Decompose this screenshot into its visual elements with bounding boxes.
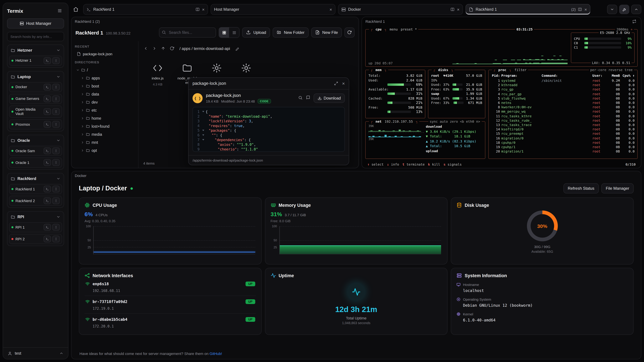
- split-tab-button[interactable]: [451, 7, 455, 11]
- ssh-connect-button[interactable]: [44, 95, 51, 102]
- tree-item[interactable]: etc: [75, 106, 135, 114]
- edit-path-button[interactable]: [234, 44, 242, 53]
- refresh-status-button[interactable]: Refresh Status: [563, 183, 599, 193]
- host-menu-button[interactable]: [52, 84, 60, 90]
- group-header[interactable]: Hetzner: [9, 46, 62, 54]
- fold-marker[interactable]: [202, 133, 206, 137]
- terminal-screen[interactable]: ┌cpu┐ menu preset * 03:31:25 2000ms + ▁ …: [362, 26, 641, 168]
- ssh-connect-button[interactable]: [44, 148, 51, 154]
- tree-item[interactable]: lost+found: [75, 122, 135, 130]
- process-row[interactable]: 5slub_flushwqroot0B0.0: [488, 96, 637, 100]
- host-item[interactable]: Proxmox: [9, 119, 62, 130]
- ssh-connect-button[interactable]: [44, 84, 51, 90]
- process-row[interactable]: 2kthreaddroot0B0.0: [488, 83, 637, 87]
- host-item[interactable]: Open Media Vault: [9, 106, 62, 118]
- ssh-connect-button[interactable]: [44, 159, 51, 166]
- program-header[interactable]: Program:: [501, 73, 540, 78]
- process-row[interactable]: 20migration/1root0B0.0: [488, 149, 637, 154]
- tab-racknerd-1[interactable]: RackNerd 1(2)×: [466, 4, 590, 15]
- group-header[interactable]: Oracle: [9, 137, 62, 144]
- search-in-file-button[interactable]: [298, 95, 302, 101]
- tree-item[interactable]: mnt: [75, 138, 135, 146]
- close-tab-button[interactable]: ×: [202, 7, 204, 11]
- github-link[interactable]: GitHub!: [210, 352, 222, 356]
- sidebar-menu-button[interactable]: [55, 7, 64, 15]
- collapse-button[interactable]: [631, 5, 641, 14]
- process-row[interactable]: 3rcu_gproot0B0.0: [488, 87, 637, 92]
- reader-mode-button[interactable]: [306, 95, 310, 101]
- split-tab-button[interactable]: [578, 7, 582, 11]
- file-grid-item[interactable]: index.js4.3 KB: [147, 62, 168, 86]
- ssh-connect-button[interactable]: [44, 236, 51, 243]
- host-manager-button[interactable]: Host Manager: [7, 18, 64, 28]
- pid-header[interactable]: Pid:: [491, 73, 500, 78]
- new-folder-button[interactable]: New Folder: [273, 27, 308, 37]
- ssh-connect-button[interactable]: [44, 108, 51, 115]
- host-item[interactable]: RackNerd 1: [9, 184, 62, 194]
- ssh-connect-button[interactable]: [44, 198, 51, 204]
- host-menu-button[interactable]: [52, 95, 60, 102]
- host-menu-button[interactable]: [52, 57, 60, 64]
- fold-marker[interactable]: [202, 109, 206, 114]
- mem-header[interactable]: MemB: [607, 73, 620, 78]
- process-row[interactable]: 1systemd/sbin/initroot9.2M0.0: [488, 78, 637, 83]
- sidebar-footer[interactable]: test: [3, 347, 68, 359]
- tab-racknerd-1[interactable]: RackNerd 1×: [83, 4, 208, 15]
- tree-item[interactable]: data: [75, 90, 135, 98]
- host-item[interactable]: RackNerd 2: [9, 196, 62, 206]
- host-menu-button[interactable]: [52, 186, 60, 193]
- close-tab-button[interactable]: ×: [457, 7, 460, 11]
- code-block[interactable]: 1{2"name": "termix-download-api",3"lockf…: [192, 107, 345, 152]
- host-menu-button[interactable]: [52, 224, 60, 231]
- group-header[interactable]: RackNerd: [9, 175, 62, 183]
- group-header[interactable]: Laptop: [9, 73, 62, 80]
- host-menu-button[interactable]: [52, 121, 60, 128]
- tree-item[interactable]: /: [75, 66, 135, 74]
- host-item[interactable]: Game Servers: [9, 94, 62, 104]
- process-row[interactable]: 14ksoftirqd/0root0B0.0: [488, 127, 637, 131]
- process-row[interactable]: 8kworker/0:0H-evroot0B0.0: [488, 105, 637, 109]
- proc-filter[interactable]: filter: [514, 68, 526, 72]
- host-item[interactable]: Oracle Sam: [9, 146, 62, 156]
- settings-button[interactable]: [619, 5, 629, 14]
- host-menu-button[interactable]: [52, 198, 60, 204]
- tree-item[interactable]: apps: [75, 74, 135, 82]
- process-row[interactable]: 11rcu_tasks_kthreroot0B0.0: [488, 114, 637, 118]
- host-menu-button[interactable]: [52, 159, 60, 166]
- tree-item[interactable]: media: [75, 130, 135, 138]
- tab-host-manager[interactable]: Host Manager×: [211, 4, 336, 15]
- host-search-input[interactable]: [7, 32, 64, 41]
- recent-file[interactable]: package-lock.json: [75, 50, 135, 58]
- process-row[interactable]: 15rcu_preemptroot0B0.0: [488, 132, 637, 136]
- fold-marker[interactable]: [202, 128, 206, 133]
- upload-button[interactable]: Upload: [242, 27, 270, 37]
- home-button[interactable]: [71, 5, 80, 14]
- user-header[interactable]: User:: [592, 73, 606, 78]
- refresh-files-button[interactable]: [345, 27, 355, 37]
- process-row[interactable]: 10mm_percpu_wqroot0B0.0: [488, 109, 637, 114]
- close-modal-button[interactable]: ×: [342, 81, 345, 86]
- ssh-connect-button[interactable]: [44, 186, 51, 193]
- nav-up-button[interactable]: [159, 44, 167, 53]
- ssh-connect-button[interactable]: [44, 121, 51, 128]
- host-item[interactable]: Oracle 1: [9, 158, 62, 168]
- process-row[interactable]: 4rcu_par_gproot0B0.0: [488, 92, 637, 96]
- file-search-input[interactable]: [159, 27, 216, 37]
- nav-forward-button[interactable]: [150, 44, 159, 53]
- tree-item[interactable]: opt: [75, 146, 135, 155]
- list-view-button[interactable]: [229, 27, 239, 37]
- cpu-header[interactable]: Cpu% ↑: [621, 73, 634, 78]
- close-tab-button[interactable]: ×: [584, 7, 587, 11]
- ssh-connect-button[interactable]: [44, 57, 51, 64]
- process-row[interactable]: 13rcu_tasks_traceroot0B0.0: [488, 123, 637, 127]
- host-menu-button[interactable]: [52, 148, 60, 154]
- process-row[interactable]: 19cpuhp/1root0B0.0: [488, 145, 637, 149]
- ssh-connect-button[interactable]: [44, 224, 51, 231]
- process-row[interactable]: 6netnsroot0B0.0: [488, 100, 637, 105]
- fold-marker[interactable]: [202, 137, 206, 142]
- split-tab-button[interactable]: [196, 7, 200, 11]
- command-header[interactable]: Command:: [542, 73, 591, 78]
- tree-item[interactable]: boot: [75, 82, 135, 90]
- nav-back-button[interactable]: [142, 44, 150, 53]
- close-tab-button[interactable]: ×: [330, 7, 332, 11]
